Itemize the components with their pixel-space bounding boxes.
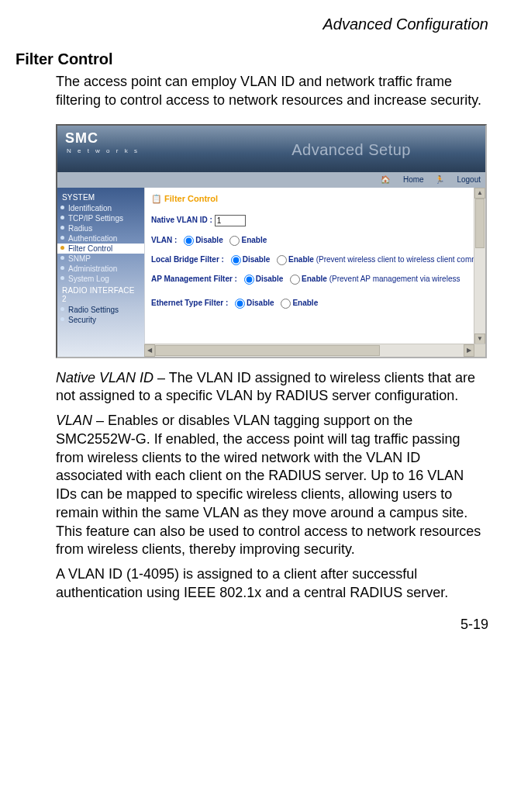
sidebar-item-radius[interactable]: Radius bbox=[57, 223, 144, 233]
eth-type-label: Ethernet Type Filter : bbox=[151, 299, 228, 307]
bullet-icon bbox=[60, 246, 64, 250]
row-vlan: VLAN : Disable Enable bbox=[151, 236, 485, 246]
bullet-icon bbox=[60, 276, 64, 280]
sidebar-item-tcpip[interactable]: TCP/IP Settings bbox=[57, 213, 144, 223]
screenshot-header: SMC N e t w o r k s Advanced Setup bbox=[57, 126, 485, 172]
content-panel: 📋 Filter Control Native VLAN ID : VLAN :… bbox=[144, 188, 485, 357]
bullet-icon bbox=[60, 216, 64, 219]
screenshot-body: SYSTEM Identification TCP/IP Settings Ra… bbox=[57, 188, 485, 357]
para-native-vlan: Native VLAN ID – The VLAN ID assigned to… bbox=[56, 369, 488, 406]
advanced-setup-title: Advanced Setup bbox=[291, 141, 411, 159]
scroll-corner bbox=[474, 344, 485, 357]
sidebar-item-system-log[interactable]: System Log bbox=[57, 274, 144, 284]
sidebar-item-administration[interactable]: Administration bbox=[57, 264, 144, 274]
logout-link[interactable]: Logout bbox=[457, 175, 481, 184]
section-title: Filter Control bbox=[16, 50, 488, 68]
page-number: 5-19 bbox=[16, 617, 488, 633]
sidebar: SYSTEM Identification TCP/IP Settings Ra… bbox=[57, 188, 144, 357]
bullet-icon bbox=[60, 226, 64, 230]
sidebar-item-radio-settings[interactable]: Radio Settings bbox=[57, 305, 144, 315]
para-vlan-id-range: A VLAN ID (1-4095) is assigned to a clie… bbox=[56, 565, 488, 603]
sidebar-item-identification[interactable]: Identification bbox=[57, 203, 144, 213]
scroll-thumb[interactable] bbox=[475, 199, 485, 248]
sidebar-item-authentication[interactable]: Authentication bbox=[57, 233, 144, 244]
vlan-label: VLAN : bbox=[151, 236, 177, 244]
vlan-disable-radio[interactable] bbox=[184, 236, 194, 246]
bullet-icon bbox=[60, 266, 64, 270]
sidebar-item-security[interactable]: Security bbox=[57, 315, 144, 325]
native-vlan-input[interactable] bbox=[215, 215, 246, 226]
ap-enable-radio[interactable] bbox=[290, 275, 300, 285]
eth-disable-radio[interactable] bbox=[235, 299, 245, 309]
scroll-thumb-h[interactable] bbox=[155, 345, 380, 356]
scroll-left-icon[interactable]: ◀ bbox=[144, 344, 155, 357]
row-ap-mgmt: AP Management Filter : Disable Enable (P… bbox=[151, 275, 485, 285]
smc-logo-sub: N e t w o r k s bbox=[67, 147, 140, 154]
row-eth-type: Ethernet Type Filter : Disable Enable bbox=[151, 299, 485, 309]
local-bridge-label: Local Bridge Filter : bbox=[151, 255, 224, 264]
bullet-icon bbox=[60, 307, 64, 311]
bullet-icon bbox=[60, 206, 64, 209]
sidebar-group-radio: RADIO INTERFACE 2 bbox=[57, 284, 144, 305]
home-icon[interactable]: 🏠 Home bbox=[381, 175, 423, 184]
para-vlan: VLAN – Enables or disables VLAN tagging … bbox=[56, 412, 488, 559]
ap-note: (Prevent AP management via wireless bbox=[329, 275, 460, 283]
embedded-screenshot: SMC N e t w o r k s Advanced Setup 🏠 Hom… bbox=[56, 124, 487, 358]
vlan-enable-radio[interactable] bbox=[229, 236, 240, 246]
home-link[interactable]: Home bbox=[403, 175, 424, 184]
horizontal-scrollbar[interactable]: ◀ ▶ bbox=[144, 344, 485, 357]
running-head: Advanced Configuration bbox=[16, 16, 488, 33]
sidebar-item-snmp[interactable]: SNMP bbox=[57, 254, 144, 264]
sidebar-item-filter-control[interactable]: Filter Control bbox=[57, 244, 144, 254]
ap-disable-radio[interactable] bbox=[244, 275, 254, 285]
smc-logo: SMC bbox=[65, 130, 98, 147]
logout-icon[interactable]: 🏃 Logout bbox=[435, 175, 481, 184]
row-local-bridge: Local Bridge Filter : Disable Enable (Pr… bbox=[151, 255, 485, 265]
eth-enable-radio[interactable] bbox=[281, 299, 291, 309]
body-vlan: – Enables or disables VLAN tagging suppo… bbox=[56, 413, 481, 557]
bridge-enable-radio[interactable] bbox=[277, 255, 287, 265]
screenshot-topbar: 🏠 Home 🏃 Logout bbox=[57, 172, 485, 188]
ap-mgmt-label: AP Management Filter : bbox=[151, 275, 237, 283]
bullet-icon bbox=[60, 317, 64, 321]
content-title: 📋 Filter Control bbox=[151, 194, 485, 204]
term-native-vlan: Native VLAN ID bbox=[56, 370, 153, 385]
scroll-right-icon[interactable]: ▶ bbox=[464, 344, 474, 357]
bullet-icon bbox=[60, 236, 64, 240]
scroll-up-icon[interactable]: ▲ bbox=[474, 188, 485, 199]
vertical-scrollbar[interactable]: ▲ ▼ bbox=[474, 188, 485, 344]
scroll-down-icon[interactable]: ▼ bbox=[474, 333, 485, 344]
intro-paragraph: The access point can employ VLAN ID and … bbox=[56, 73, 488, 110]
bullet-icon bbox=[60, 256, 64, 260]
sidebar-group-system: SYSTEM bbox=[57, 191, 144, 203]
bridge-note: (Prevent wireless client to wireless cli… bbox=[316, 255, 485, 264]
native-vlan-label: Native VLAN ID : bbox=[151, 216, 212, 224]
term-vlan: VLAN bbox=[56, 413, 92, 428]
row-native-vlan: Native VLAN ID : bbox=[151, 215, 485, 226]
bridge-disable-radio[interactable] bbox=[231, 255, 241, 265]
